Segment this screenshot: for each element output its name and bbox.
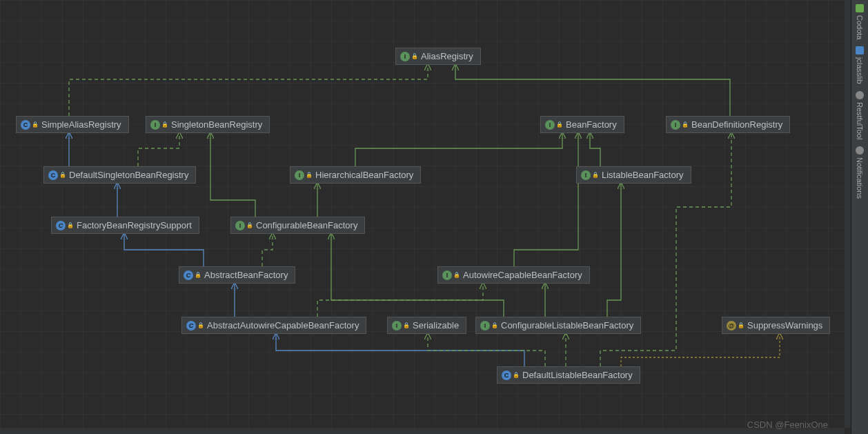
- node-label: AliasRegistry: [421, 51, 473, 61]
- lock-icon: 🔒: [161, 121, 168, 128]
- abstract-class-icon: C: [56, 221, 66, 230]
- node-SimpleAliasRegistry[interactable]: C🔒SimpleAliasRegistry: [16, 116, 129, 133]
- node-ConfigurableListableBeanFactory[interactable]: I🔒ConfigurableListableBeanFactory: [475, 317, 641, 334]
- edge: [621, 333, 780, 366]
- node-label: SingletonBeanRegistry: [171, 119, 262, 130]
- node-AliasRegistry[interactable]: I🔒AliasRegistry: [395, 48, 481, 65]
- edge: [276, 333, 524, 366]
- interface-icon: I: [392, 321, 402, 331]
- node-AutowireCapableBeanFactory[interactable]: I🔒AutowireCapableBeanFactory: [437, 266, 590, 284]
- lock-icon: 🔒: [306, 172, 313, 178]
- node-label: ListableBeanFactory: [602, 170, 684, 180]
- node-FactoryBeanRegistrySupport[interactable]: C🔒FactoryBeanRegistrySupport: [51, 217, 199, 234]
- edge: [210, 132, 255, 217]
- node-BeanFactory[interactable]: I🔒BeanFactory: [540, 116, 624, 133]
- node-label: HierarchicalBeanFactory: [315, 170, 413, 180]
- abstract-class-icon: C: [186, 321, 196, 331]
- node-label: DefaultListableBeanFactory: [522, 370, 633, 380]
- lock-icon: 🔒: [491, 322, 498, 328]
- node-label: BeanDefinitionRegistry: [691, 119, 782, 130]
- interface-icon: I: [581, 170, 591, 180]
- interface-icon: I: [150, 120, 160, 130]
- abstract-class-icon: C: [184, 270, 193, 280]
- lock-icon: 🔒: [513, 372, 520, 378]
- annotation-icon: @: [727, 321, 736, 331]
- interface-icon: I: [671, 120, 680, 130]
- node-AbstractBeanFactory[interactable]: C🔒AbstractBeanFactory: [179, 266, 295, 284]
- lock-icon: 🔒: [59, 172, 66, 178]
- interface-icon: I: [235, 221, 245, 230]
- edge: [514, 132, 578, 266]
- lock-icon: 🔒: [246, 222, 253, 228]
- node-label: FactoryBeanRegistrySupport: [77, 220, 192, 230]
- sidebar-item-label: Notifications: [856, 157, 864, 199]
- jclasslib-icon: [856, 46, 864, 55]
- lock-icon: 🔒: [411, 53, 418, 59]
- node-label: SimpleAliasRegistry: [41, 119, 121, 130]
- lock-icon: 🔒: [453, 272, 460, 278]
- node-label: ConfigurableBeanFactory: [256, 220, 357, 230]
- sidebar-item-label: Codota: [856, 15, 864, 39]
- interface-icon: I: [442, 270, 452, 280]
- lock-icon: 🔒: [738, 322, 744, 328]
- node-AbstractAutowireCapableBeanFactory[interactable]: C🔒AbstractAutowireCapableBeanFactory: [181, 317, 366, 334]
- sidebar-item-jclasslib[interactable]: jclasslib: [856, 46, 864, 84]
- scrollbar-horizontal[interactable]: [0, 428, 845, 434]
- edge: [262, 233, 273, 266]
- node-label: AbstractAutowireCapableBeanFactory: [207, 320, 359, 331]
- node-SuppressWarnings[interactable]: @🔒SuppressWarnings: [722, 317, 830, 334]
- class-icon: C: [21, 120, 30, 130]
- lock-icon: 🔒: [556, 121, 563, 128]
- sidebar-item-restfultool[interactable]: RestfulTool: [856, 91, 864, 139]
- edge: [455, 64, 730, 116]
- sidebar-item-label: jclasslib: [856, 57, 864, 84]
- node-label: BeanFactory: [566, 119, 617, 130]
- lock-icon: 🔒: [682, 121, 689, 128]
- edge: [138, 132, 179, 166]
- node-ListableBeanFactory[interactable]: I🔒ListableBeanFactory: [576, 166, 691, 184]
- lock-icon: 🔒: [592, 172, 599, 178]
- node-label: ConfigurableListableBeanFactory: [501, 320, 633, 331]
- lock-icon: 🔒: [197, 322, 204, 328]
- right-sidebar: Codota jclasslib RestfulTool Notificatio…: [851, 0, 868, 434]
- node-DefaultListableBeanFactory[interactable]: C🔒DefaultListableBeanFactory: [497, 366, 640, 384]
- watermark: CSDN @FeenixOne: [747, 420, 828, 430]
- diagram-canvas[interactable]: I🔒AliasRegistryC🔒SimpleAliasRegistryI🔒Si…: [0, 0, 851, 434]
- edge: [124, 233, 204, 266]
- edge: [607, 183, 621, 317]
- interface-icon: I: [295, 170, 304, 180]
- class-icon: C: [48, 170, 58, 180]
- lock-icon: 🔒: [403, 322, 410, 328]
- class-icon: C: [502, 371, 511, 380]
- globe-icon: [856, 91, 864, 99]
- lock-icon: 🔒: [195, 272, 201, 278]
- node-BeanDefinitionRegistry[interactable]: I🔒BeanDefinitionRegistry: [666, 116, 790, 133]
- node-SingletonBeanRegistry[interactable]: I🔒SingletonBeanRegistry: [146, 116, 270, 133]
- lock-icon: 🔒: [32, 121, 39, 128]
- edge: [590, 132, 600, 166]
- node-HierarchicalBeanFactory[interactable]: I🔒HierarchicalBeanFactory: [290, 166, 421, 184]
- sidebar-item-label: RestfulTool: [856, 102, 864, 139]
- interface-icon: I: [400, 52, 410, 61]
- node-label: Serializable: [413, 320, 459, 331]
- interface-icon: I: [480, 321, 490, 331]
- node-label: DefaultSingletonBeanRegistry: [69, 170, 188, 180]
- edge: [69, 64, 428, 116]
- lock-icon: 🔒: [67, 222, 74, 228]
- node-ConfigurableBeanFactory[interactable]: I🔒ConfigurableBeanFactory: [230, 217, 365, 234]
- interface-icon: I: [545, 120, 555, 130]
- node-label: AbstractBeanFactory: [204, 270, 288, 280]
- edge: [355, 132, 562, 166]
- node-Serializable[interactable]: I🔒Serializable: [387, 317, 466, 334]
- codota-icon: [856, 4, 864, 12]
- bell-icon: [856, 146, 864, 155]
- edge: [317, 283, 483, 317]
- sidebar-item-notifications[interactable]: Notifications: [856, 146, 864, 199]
- node-label: AutowireCapableBeanFactory: [463, 270, 582, 280]
- edge: [428, 333, 545, 366]
- node-DefaultSingletonBeanRegistry[interactable]: C🔒DefaultSingletonBeanRegistry: [43, 166, 196, 184]
- node-label: SuppressWarnings: [747, 320, 822, 331]
- sidebar-item-codota[interactable]: Codota: [856, 4, 864, 39]
